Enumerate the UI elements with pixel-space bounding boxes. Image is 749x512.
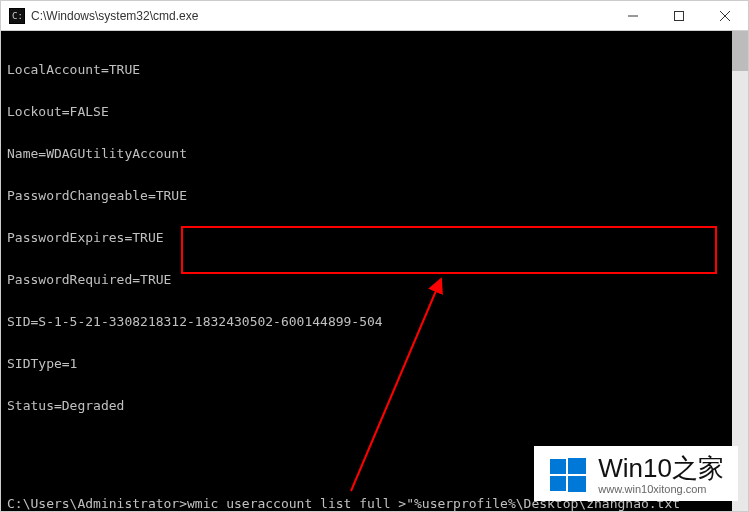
close-button[interactable]: [702, 1, 748, 30]
output-line: LocalAccount=TRUE: [7, 63, 742, 77]
window-title: C:\Windows\system32\cmd.exe: [31, 9, 610, 23]
vertical-scrollbar[interactable]: [732, 31, 748, 511]
svg-text:C:: C:: [12, 11, 23, 21]
scrollbar-thumb[interactable]: [732, 31, 748, 71]
console-area[interactable]: LocalAccount=TRUE Lockout=FALSE Name=WDA…: [1, 31, 748, 511]
svg-rect-4: [675, 11, 684, 20]
output-line: PasswordExpires=TRUE: [7, 231, 742, 245]
output-line: Name=WDAGUtilityAccount: [7, 147, 742, 161]
output-line: SIDType=1: [7, 357, 742, 371]
watermark-title: Win10之家: [598, 454, 724, 483]
output-line: Status=Degraded: [7, 399, 742, 413]
svg-rect-10: [568, 458, 586, 474]
window-controls: [610, 1, 748, 30]
svg-rect-9: [550, 459, 566, 474]
output-line: PasswordChangeable=TRUE: [7, 189, 742, 203]
output-line: Lockout=FALSE: [7, 105, 742, 119]
watermark-url: www.win10xitong.com: [598, 483, 724, 495]
prompt-path: C:\Users\Administrator>: [7, 497, 187, 511]
windows-logo-icon: [548, 455, 588, 495]
maximize-button[interactable]: [656, 1, 702, 30]
watermark: Win10之家 www.win10xitong.com: [534, 446, 738, 501]
output-line: SID=S-1-5-21-3308218312-1832430502-60014…: [7, 315, 742, 329]
output-line: PasswordRequired=TRUE: [7, 273, 742, 287]
watermark-text: Win10之家 www.win10xitong.com: [598, 454, 724, 495]
window-titlebar: C: C:\Windows\system32\cmd.exe: [1, 1, 748, 31]
cmd-icon: C:: [9, 8, 25, 24]
minimize-button[interactable]: [610, 1, 656, 30]
svg-rect-12: [568, 476, 586, 492]
svg-rect-11: [550, 476, 566, 491]
